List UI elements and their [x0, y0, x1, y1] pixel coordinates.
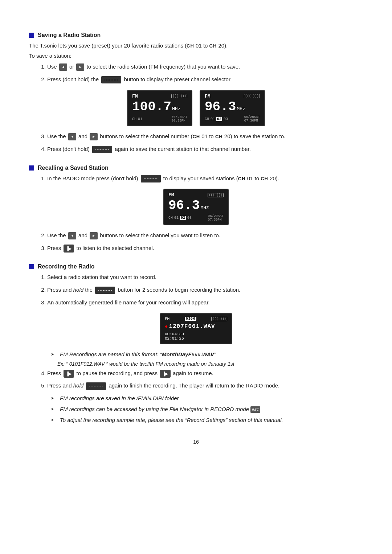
- record-button-2: ---------: [86, 382, 106, 390]
- rec-step3-after: to listen to the selected channel.: [76, 245, 154, 251]
- intro-text: The T.sonic lets you save (preset) your …: [29, 42, 187, 49]
- ch-num-3b: 02: [180, 216, 186, 220]
- date-3: 06/20SAT: [208, 214, 224, 218]
- recording-title: Recording the Radio: [38, 263, 94, 270]
- play-button: ▐▶: [64, 245, 74, 253]
- prev-btn-3: ◄: [68, 232, 76, 240]
- bullet-1: FM Recordings are named in this format: …: [51, 350, 363, 359]
- to-save-text: To save a station:: [29, 52, 363, 60]
- recording-step-2: Press and hold the --------- button for …: [47, 286, 363, 295]
- rec-step2-before: Use the: [47, 232, 66, 238]
- time-2: 07:30PM: [244, 119, 258, 123]
- mhz-1: MHz: [172, 107, 180, 112]
- ch-label-r1: CH: [238, 176, 246, 181]
- recording-screen: FM HIGH ((( ))) ● 1207F001.WAV 00:04:30 …: [160, 313, 232, 344]
- and-text-1: and: [78, 133, 89, 139]
- recalling-steps-list-cont: Use the ◄ and ► buttons to select the ch…: [47, 231, 363, 253]
- fm-screen-3: FM ((( ))) 96.3MHz CH 01 02 03 06/20SAT …: [163, 189, 229, 225]
- preset-button-3: ---------: [141, 175, 161, 182]
- ch-num-1: 01: [138, 117, 142, 121]
- recording-section-header: Recording the Radio: [29, 263, 363, 270]
- timecodes-display: 00:04:30 02:01:25: [165, 332, 227, 341]
- pause-button: ▐▶: [64, 370, 74, 378]
- ch-label-3a: CH: [192, 134, 200, 139]
- screen3-bottom: CH 01 02 03 06/20SAT 07:30PM: [168, 214, 224, 222]
- timecode-1: 00:04:30: [165, 332, 227, 336]
- rec-step1-before: In the RADIO mode press (don't hold): [47, 175, 138, 181]
- rec-step2-text-after: the: [85, 287, 93, 293]
- step3-after2: 20) to save the station to.: [223, 133, 286, 139]
- recording-step-1: Select a radio station that you want to …: [47, 273, 363, 282]
- freq-display-2: 96.3MHz: [205, 100, 260, 114]
- date-1: 06/20SAT: [172, 115, 187, 119]
- ccc-icon-1: ((( ))): [171, 94, 187, 98]
- ch-num-2b: 02: [216, 117, 222, 121]
- rec-step5-after: again to finish the recording. The playe…: [109, 382, 279, 389]
- rec-step1-after2: 20).: [268, 175, 279, 181]
- bullet-3: FM recordings are saved in the /FMIN.DIR…: [51, 394, 363, 403]
- ch-num-2c: 03: [224, 117, 228, 121]
- fm-screen-2: FM ((( ))) 96.3MHz CH 01 02 03 06/20SAT …: [200, 90, 265, 127]
- recording-step-3: An automatically generated file name for…: [47, 298, 363, 307]
- bullet1-bold: MonthDayF###.WAV: [162, 351, 214, 357]
- ch-text-3: CH: [168, 216, 173, 220]
- fm-label-3: FM: [168, 192, 174, 198]
- recalling-icon: [29, 165, 34, 171]
- hold-text-1: hold: [73, 287, 83, 293]
- bullet4-text: FM recordings can be accessed by using t…: [60, 405, 260, 414]
- step3-mid: 01 to: [200, 133, 215, 139]
- ch-text-2: CH: [205, 117, 209, 121]
- step1-after: to select the radio station (FM frequenc…: [87, 63, 240, 70]
- recalling-step-3: Press ▐▶ to listen to the selected chann…: [47, 244, 363, 253]
- rec-step3-text: An automatically generated file name for…: [47, 299, 210, 305]
- ch-text-1: CH: [132, 117, 136, 121]
- recording-step-5: Press and hold --------- again to finish…: [47, 381, 363, 390]
- ch-label-2: CH: [209, 43, 217, 49]
- recalling-step-1: In the RADIO mode press (don't hold) ---…: [47, 174, 363, 183]
- ccc-icon-rec: ((( ))): [211, 317, 227, 321]
- rec-step4-before: Press: [47, 370, 61, 376]
- freq-display-1: 100.7MHz: [132, 100, 187, 114]
- step1-before: Use: [47, 63, 57, 70]
- fm-screen-1: FM ((( ))) 100.7MHz CH 01 06/20SAT 07:30…: [127, 90, 192, 127]
- prev-button: ◄: [59, 63, 67, 71]
- freq-value-2: 96.3: [205, 100, 236, 114]
- next-btn-3: ►: [90, 232, 98, 240]
- high-badge: HIGH: [185, 317, 196, 321]
- saving-steps-list: Use ◄ or ► to select the radio station (…: [47, 62, 363, 84]
- bullet-1-text: FM Recordings are named in this format: …: [60, 350, 216, 359]
- recording-bullets-2: FM recordings are saved in the /FMIN.DIR…: [51, 394, 363, 424]
- bullet-5: To adjust the recording sample rate, ple…: [51, 416, 363, 424]
- date-time-2: 06/20SAT 07:30PM: [244, 115, 260, 123]
- rec-step1-after1: to display your saved stations (: [163, 175, 238, 181]
- mhz-2: MHz: [237, 107, 245, 112]
- bullet1-italic2: ”: [214, 351, 216, 357]
- page-number: 16: [29, 439, 363, 445]
- timecode-2: 02:01:25: [165, 336, 227, 341]
- rec-step1-text: Select a radio station that you want to …: [47, 274, 156, 280]
- next-btn-2: ►: [90, 133, 98, 141]
- filename-display: ● 1207F001.WAV: [165, 323, 227, 330]
- recalling-step-2: Use the ◄ and ► buttons to select the ch…: [47, 231, 363, 240]
- preset-button-2: ---------: [92, 146, 112, 153]
- rec-dot: ●: [165, 324, 168, 329]
- step4-after: again to save the current station to tha…: [115, 146, 250, 152]
- rec-file-icon: REC: [250, 406, 260, 413]
- recalling-steps-list: In the RADIO mode press (don't hold) ---…: [47, 174, 363, 183]
- rec-step5-before: Press and: [47, 382, 72, 389]
- saving-step-1: Use ◄ or ► to select the radio station (…: [47, 62, 363, 71]
- recording-screen-container: FM HIGH ((( ))) ● 1207F001.WAV 00:04:30 …: [29, 313, 363, 344]
- example-line: Ex: “ 0101F012.WAV ” would be the twelft…: [57, 361, 363, 367]
- saving-step-4: Press (don't hold) --------- again to sa…: [47, 145, 363, 154]
- rec-step2-text-end: button for 2 seconds to begin recording …: [118, 287, 240, 293]
- recording-steps-list: Select a radio station that you want to …: [47, 273, 363, 307]
- ch-info-2: CH 01 02 03: [205, 117, 228, 121]
- prev-btn-2: ◄: [68, 133, 76, 141]
- ch-num-3a: 01: [174, 216, 179, 220]
- ch-info-3: CH 01 02 03: [168, 216, 192, 220]
- recording-steps-list-cont: Press ▐▶ to pause the recording, and pre…: [47, 369, 363, 391]
- recalling-screen-container: FM ((( ))) 96.3MHz CH 01 02 03 06/20SAT …: [29, 189, 363, 225]
- saving-step-3: Use the ◄ and ► buttons to select the ch…: [47, 132, 363, 141]
- ccc-icon-3: ((( ))): [208, 193, 224, 197]
- fm-label-1: FM: [132, 94, 138, 99]
